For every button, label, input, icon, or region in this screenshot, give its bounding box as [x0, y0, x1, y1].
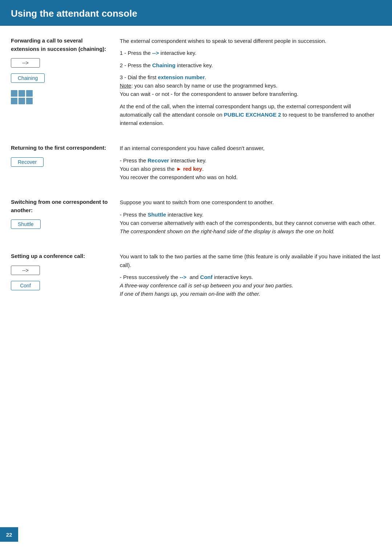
- chaining-intro: The external correspondent wishes to spe…: [120, 37, 381, 45]
- public-exchange-highlight: PUBLIC EXCHANGE 2: [224, 112, 281, 118]
- recover-intro: If an internal correspondent you have ca…: [120, 144, 381, 152]
- section-chaining-heading: Forwarding a call to several extensions …: [11, 37, 113, 53]
- recover-highlight: Recover: [148, 157, 169, 164]
- section-conference: Setting up a conference call: --> Conf Y…: [11, 252, 381, 302]
- arrow-highlight: -->: [152, 50, 159, 56]
- section-conference-left: Setting up a conference call: --> Conf: [11, 252, 120, 302]
- shuttle-intro: Suppose you want to switch from one corr…: [120, 198, 381, 206]
- shuttle-italic: The correspondent shown on the right-han…: [120, 228, 335, 234]
- keypad-icon: [11, 90, 33, 104]
- arrow2-highlight: -->: [180, 274, 187, 280]
- section-recover: Returning to the first correspondent: Re…: [11, 144, 381, 185]
- conference-keys: --> Conf: [11, 266, 113, 294]
- section-shuttle: Switching from one correspondent to anot…: [11, 198, 381, 239]
- extension-highlight: extension number: [158, 74, 205, 80]
- shuttle-key[interactable]: Shuttle: [11, 219, 41, 229]
- recover-key[interactable]: Recover: [11, 157, 44, 167]
- shuttle-keys: Shuttle: [11, 219, 113, 233]
- section-shuttle-heading: Switching from one correspondent to anot…: [11, 198, 113, 214]
- section-recover-heading: Returning to the first correspondent:: [11, 144, 113, 152]
- chaining-step3: 3 - Dial the first extension number. Not…: [120, 73, 381, 98]
- page-number: 22: [0, 527, 18, 542]
- shuttle-body: - Press the Shuttle interactive key. You…: [120, 210, 381, 236]
- chaining-body: At the end of the call, when the interna…: [120, 102, 381, 128]
- chaining-keys: --> Chaining: [11, 58, 113, 104]
- section-chaining-left: Forwarding a call to several extensions …: [11, 37, 120, 131]
- section-shuttle-right: Suppose you want to switch from one corr…: [120, 198, 381, 239]
- section-conference-right: You want to talk to the two parties at t…: [120, 252, 381, 302]
- conf-highlight: Conf: [200, 274, 212, 280]
- section-shuttle-left: Switching from one correspondent to anot…: [11, 198, 120, 239]
- shuttle-highlight: Shuttle: [148, 211, 166, 218]
- recover-keys: Recover: [11, 157, 113, 170]
- header: Using the attendant console: [0, 0, 392, 26]
- section-recover-left: Returning to the first correspondent: Re…: [11, 144, 120, 185]
- conf-key[interactable]: Conf: [11, 281, 40, 290]
- arrow-key-1[interactable]: -->: [11, 58, 40, 68]
- chaining-step1: 1 - Press the --> interactive key.: [120, 49, 381, 57]
- page-content: Forwarding a call to several extensions …: [0, 37, 392, 337]
- chaining-highlight: Chaining: [152, 62, 175, 68]
- arrow-key-2[interactable]: -->: [11, 266, 40, 275]
- chaining-step2: 2 - Press the Chaining interactive key.: [120, 61, 381, 69]
- section-conference-heading: Setting up a conference call:: [11, 252, 113, 261]
- section-recover-right: If an internal correspondent you have ca…: [120, 144, 381, 185]
- red-key-highlight: ► red key: [176, 166, 202, 172]
- section-chaining: Forwarding a call to several extensions …: [11, 37, 381, 131]
- recover-body: - Press the Recover interactive key. You…: [120, 156, 381, 182]
- conference-intro: You want to talk to the two parties at t…: [120, 252, 381, 269]
- chaining-key[interactable]: Chaining: [11, 73, 45, 83]
- conference-italic1: A three-way conference call is set-up be…: [120, 282, 293, 297]
- conference-body: - Press successively the --> and Conf in…: [120, 273, 381, 298]
- header-title: Using the attendant console: [11, 8, 137, 19]
- section-chaining-right: The external correspondent wishes to spe…: [120, 37, 381, 131]
